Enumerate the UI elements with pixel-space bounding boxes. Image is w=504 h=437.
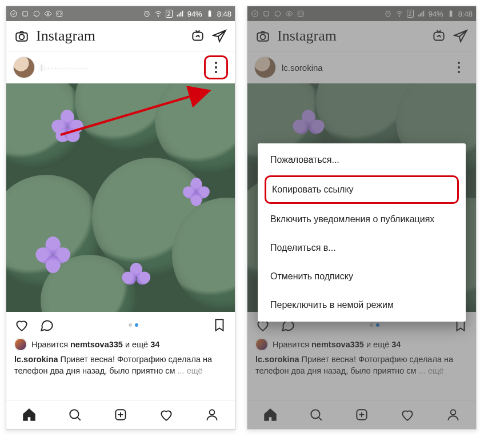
avatar[interactable] <box>254 57 276 78</box>
svg-point-9 <box>19 34 25 39</box>
liker-avatar <box>14 338 27 351</box>
likes-row[interactable]: Нравится nemtsova335 и ещё 34 <box>247 338 476 353</box>
signal-icon <box>417 10 425 18</box>
likes-user: nemtsova335 <box>70 340 123 349</box>
likes-row[interactable]: Нравится nemtsova335 и ещё 34 <box>6 338 235 353</box>
likes-rest: и ещё <box>366 340 389 349</box>
nav-activity-icon[interactable] <box>159 407 174 422</box>
phone-left: 2 94% 8:48 Instagram l············· <box>6 6 235 430</box>
carousel-indicator <box>370 323 379 327</box>
battery-percent: 94% <box>187 10 202 18</box>
caption-user: lc.sorokina <box>14 355 58 364</box>
nav-activity-icon[interactable] <box>400 407 415 422</box>
bookmark-icon[interactable] <box>212 318 227 332</box>
comment-icon[interactable] <box>39 318 54 332</box>
bottom-nav <box>247 400 476 429</box>
svg-point-28 <box>451 410 456 415</box>
menu-turn-on-notifications[interactable]: Включить уведомления о публикациях <box>258 205 466 234</box>
avatar[interactable] <box>13 57 35 78</box>
svg-rect-16 <box>264 11 269 16</box>
svg-rect-1 <box>23 11 27 16</box>
clock-text: 8:48 <box>217 10 231 18</box>
nav-home-icon[interactable] <box>263 407 278 422</box>
wifi-icon <box>395 10 403 18</box>
nav-add-icon[interactable] <box>354 407 369 422</box>
app-header: Instagram <box>6 21 235 51</box>
status-check-icon <box>251 10 259 18</box>
post-caption[interactable]: lc.sorokina Привет весна! Фотографию сде… <box>247 353 476 376</box>
clock-text: 8:48 <box>458 10 473 18</box>
caption-more[interactable]: ... ещё <box>178 366 203 375</box>
svg-rect-22 <box>450 10 451 11</box>
battery-percent: 94% <box>429 10 443 18</box>
svg-point-2 <box>47 13 49 15</box>
send-icon[interactable] <box>453 29 468 43</box>
nav-home-icon[interactable] <box>22 407 37 422</box>
instagram-logo[interactable]: Instagram <box>36 27 95 45</box>
post-username[interactable]: l············· <box>41 63 90 73</box>
nav-profile-icon[interactable] <box>205 407 219 422</box>
menu-mute[interactable]: Переключить в немой режим <box>258 291 466 319</box>
igtv-icon[interactable] <box>190 29 205 43</box>
svg-point-0 <box>11 11 17 17</box>
status-loop-icon <box>33 10 41 18</box>
post-username[interactable]: lc.sorokina <box>282 63 323 73</box>
post-actions <box>6 312 235 338</box>
status-arrows-icon <box>55 10 63 18</box>
likes-user: nemtsova335 <box>311 340 364 349</box>
sim-badge: 2 <box>407 10 414 18</box>
like-icon[interactable] <box>14 318 29 332</box>
alarm-icon <box>143 10 151 18</box>
svg-point-15 <box>252 11 258 17</box>
menu-share-to[interactable]: Поделиться в... <box>258 234 466 262</box>
status-check-icon <box>10 10 18 18</box>
likes-rest: и ещё <box>125 340 148 349</box>
menu-copy-link[interactable]: Копировать ссылку <box>265 175 459 204</box>
post-options-menu: Пожаловаться... Копировать ссылку Включи… <box>258 143 466 322</box>
post-header: l············· <box>6 51 235 83</box>
svg-rect-6 <box>208 11 211 17</box>
post-more-button[interactable] <box>204 55 228 79</box>
caption-more[interactable]: ... ещё <box>419 366 444 375</box>
nav-add-icon[interactable] <box>113 407 128 422</box>
likes-count: 34 <box>391 340 401 349</box>
post-photo[interactable] <box>6 83 235 312</box>
caption-user: lc.sorokina <box>255 355 299 364</box>
post-caption[interactable]: lc.sorokina Привет весна! Фотографию сде… <box>6 353 235 376</box>
likes-count: 34 <box>150 340 159 349</box>
status-eye-icon <box>44 10 52 18</box>
android-statusbar: 2 94% 8:48 <box>247 6 476 21</box>
nav-search-icon[interactable] <box>309 407 323 422</box>
camera-icon[interactable] <box>14 29 29 43</box>
status-eye-icon <box>285 10 293 18</box>
android-statusbar: 2 94% 8:48 <box>6 6 235 21</box>
igtv-icon[interactable] <box>431 29 446 43</box>
send-icon[interactable] <box>212 29 227 43</box>
svg-point-11 <box>70 410 78 418</box>
nav-profile-icon[interactable] <box>446 407 461 422</box>
status-loop-icon <box>274 10 282 18</box>
menu-unfollow[interactable]: Отменить подписку <box>258 262 466 291</box>
camera-icon[interactable] <box>255 29 270 43</box>
battery-icon <box>206 10 214 18</box>
bottom-nav <box>6 400 235 429</box>
alarm-icon <box>384 10 392 18</box>
status-square-icon <box>262 10 270 18</box>
post-header: lc.sorokina <box>247 51 476 83</box>
svg-point-13 <box>210 410 215 415</box>
svg-rect-7 <box>209 10 210 11</box>
likes-prefix: Нравится <box>273 340 309 349</box>
svg-point-17 <box>289 13 290 15</box>
carousel-indicator <box>129 323 138 327</box>
signal-icon <box>176 10 184 18</box>
menu-report[interactable]: Пожаловаться... <box>258 146 466 174</box>
post-more-button[interactable] <box>449 57 469 78</box>
liker-avatar <box>255 338 268 351</box>
status-arrows-icon <box>297 10 305 18</box>
status-square-icon <box>21 10 29 18</box>
svg-point-26 <box>311 410 319 418</box>
instagram-logo[interactable]: Instagram <box>277 27 337 45</box>
nav-search-icon[interactable] <box>67 407 82 422</box>
sim-badge: 2 <box>166 10 173 18</box>
phone-right: 2 94% 8:48 Instagram lc.sorokina <box>247 6 477 430</box>
